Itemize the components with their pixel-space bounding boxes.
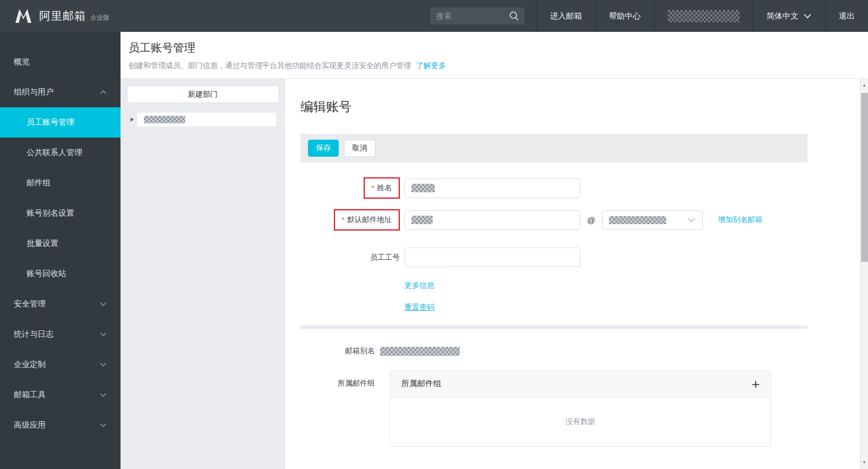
brand: 阿里邮箱 企业版 bbox=[0, 0, 109, 32]
chevron-down-icon bbox=[100, 393, 107, 397]
sidebar-item-label: 安全管理 bbox=[14, 299, 100, 309]
name-field-row: * 姓名 bbox=[300, 177, 868, 199]
sidebar-item-label: 邮箱工具 bbox=[14, 390, 100, 400]
reset-password-link[interactable]: 重置密码 bbox=[405, 303, 434, 312]
search-icon[interactable] bbox=[509, 11, 519, 23]
nav-account[interactable] bbox=[654, 0, 753, 32]
redacted-domain-value bbox=[609, 216, 666, 224]
email-label: 默认邮件地址 bbox=[347, 215, 392, 225]
email-field-row: * 默认邮件地址 @ bbox=[300, 209, 868, 231]
redacted-alias-value bbox=[380, 347, 460, 356]
sidebar-item-account-recycle[interactable]: 账号回收站 bbox=[0, 259, 121, 289]
add-alias-link[interactable]: 增加别名邮箱 bbox=[718, 215, 762, 225]
sidebar-item-label: 高级应用 bbox=[14, 420, 100, 430]
brand-edition: 企业版 bbox=[90, 13, 109, 22]
required-asterisk: * bbox=[372, 184, 374, 192]
at-sign: @ bbox=[587, 216, 595, 225]
redacted-username bbox=[668, 10, 740, 22]
chevron-down-icon bbox=[100, 423, 107, 428]
page-description: 创建和管理成员、部门信息，通过与管理平台其他功能结合实现更灵活安全的用户管理 了… bbox=[128, 61, 868, 71]
sidebar-item-label: 企业定制 bbox=[14, 360, 100, 370]
save-button[interactable]: 保存 bbox=[308, 140, 339, 157]
chevron-down-icon bbox=[803, 13, 812, 19]
sidebar-item-account-alias[interactable]: 账号别名设置 bbox=[0, 198, 121, 228]
groups-label: 所属邮件组 bbox=[338, 379, 375, 388]
name-input[interactable] bbox=[405, 178, 580, 198]
sidebar-item-label: 账号回收站 bbox=[27, 269, 107, 279]
cancel-button[interactable]: 取消 bbox=[344, 140, 375, 157]
sidebar-item-label: 账号别名设置 bbox=[27, 208, 107, 218]
name-label-annotation-box: * 姓名 bbox=[364, 177, 400, 199]
sidebar-item-advanced-apps[interactable]: 高级应用 bbox=[0, 410, 121, 440]
tree-expand-arrow-icon[interactable] bbox=[131, 117, 134, 122]
alias-label: 邮箱别名 bbox=[345, 346, 375, 356]
groups-row: 所属邮件组 所属邮件组 + 没有数据 bbox=[300, 370, 868, 447]
sidebar-item-label: 批量设置 bbox=[27, 238, 107, 249]
page-header: 员工账号管理 创建和管理成员、部门信息，通过与管理平台其他功能结合实现更灵活安全… bbox=[121, 32, 868, 79]
chevron-up-icon bbox=[100, 90, 107, 95]
sidebar-item-label: 公共联系人管理 bbox=[27, 148, 107, 158]
nav-enter-mailbox[interactable]: 进入邮箱 bbox=[536, 0, 595, 32]
sidebar-item-security[interactable]: 安全管理 bbox=[0, 289, 121, 319]
email-local-input[interactable] bbox=[405, 210, 580, 230]
section-divider bbox=[300, 326, 807, 329]
nav-logout-label: 退出 bbox=[839, 11, 855, 21]
chevron-down-icon bbox=[687, 217, 696, 223]
sidebar-item-label: 统计与日志 bbox=[14, 329, 100, 339]
sidebar-item-label: 员工账号管理 bbox=[27, 117, 107, 127]
nav-help-center[interactable]: 帮助中心 bbox=[595, 0, 654, 32]
new-department-button[interactable]: 新建部门 bbox=[127, 86, 279, 103]
scrollbar-thumb[interactable] bbox=[861, 93, 868, 262]
department-tree-node[interactable] bbox=[121, 113, 285, 126]
required-asterisk: * bbox=[342, 216, 345, 224]
redacted-name-value bbox=[411, 184, 435, 192]
sidebar-item-employee-accounts[interactable]: 员工账号管理 bbox=[0, 107, 121, 138]
staff-id-field-row: 员工工号 bbox=[300, 248, 868, 267]
nav-language-label: 简体中文 bbox=[767, 11, 798, 21]
mail-groups-panel: 所属邮件组 + 没有数据 bbox=[390, 370, 771, 447]
sidebar-item-overview[interactable]: 概览 bbox=[0, 47, 121, 77]
staff-id-label: 员工工号 bbox=[370, 253, 400, 262]
sidebar-item-mail-groups[interactable]: 邮件组 bbox=[0, 168, 121, 198]
alimail-logo-icon bbox=[14, 8, 33, 24]
nav-enter-mailbox-label: 进入邮箱 bbox=[550, 11, 582, 21]
alias-row: 邮箱别名 bbox=[300, 346, 868, 356]
sidebar-item-org-users[interactable]: 组织与用户 bbox=[0, 77, 121, 107]
more-info-link[interactable]: 更多信息 bbox=[405, 281, 434, 291]
sidebar-item-label: 邮件组 bbox=[27, 178, 107, 188]
topbar-search bbox=[430, 7, 525, 24]
nav-help-center-label: 帮助中心 bbox=[609, 11, 641, 21]
department-tree-panel: 新建部门 bbox=[121, 79, 285, 469]
sidebar-item-label: 概览 bbox=[14, 57, 107, 67]
department-node[interactable] bbox=[137, 113, 276, 126]
edit-account-panel: 编辑账号 保存 取消 * 姓名 bbox=[285, 79, 868, 469]
nav-language[interactable]: 简体中文 bbox=[753, 0, 825, 32]
topbar: 阿里邮箱 企业版 进入邮箱 帮助中心 简体中文 退出 bbox=[0, 0, 868, 32]
sidebar-item-enterprise-custom[interactable]: 企业定制 bbox=[0, 349, 121, 380]
name-label: 姓名 bbox=[377, 183, 392, 193]
page-title: 员工账号管理 bbox=[128, 40, 868, 55]
mail-groups-empty-state: 没有数据 bbox=[390, 397, 770, 446]
redacted-email-value bbox=[411, 216, 433, 224]
sidebar: 概览 组织与用户 员工账号管理 公共联系人管理 邮件组 账号别名设置 批量设置 … bbox=[0, 32, 121, 469]
chevron-down-icon bbox=[100, 332, 107, 337]
topbar-nav: 进入邮箱 帮助中心 简体中文 退出 bbox=[536, 0, 868, 32]
add-group-icon[interactable]: + bbox=[752, 377, 760, 391]
sidebar-item-batch-settings[interactable]: 批量设置 bbox=[0, 228, 121, 259]
sidebar-item-public-contacts[interactable]: 公共联系人管理 bbox=[0, 138, 121, 168]
no-data-text: 没有数据 bbox=[565, 417, 595, 427]
brand-name: 阿里邮箱 bbox=[39, 8, 86, 23]
chevron-down-icon bbox=[100, 302, 107, 306]
sidebar-item-stats-logs[interactable]: 统计与日志 bbox=[0, 319, 121, 349]
staff-id-input[interactable] bbox=[405, 248, 580, 267]
scrollbar-up-arrow-icon[interactable]: ▲ bbox=[861, 83, 868, 88]
editor-toolbar: 保存 取消 bbox=[300, 134, 807, 163]
sidebar-item-mail-tools[interactable]: 邮箱工具 bbox=[0, 380, 121, 410]
learn-more-link[interactable]: 了解更多 bbox=[416, 61, 446, 70]
nav-logout[interactable]: 退出 bbox=[825, 0, 868, 32]
page-description-text: 创建和管理成员、部门信息，通过与管理平台其他功能结合实现更灵活安全的用户管理 bbox=[128, 61, 411, 70]
mail-groups-panel-title: 所属邮件组 bbox=[401, 379, 441, 389]
scrollbar-down-arrow-icon[interactable]: ▼ bbox=[861, 460, 868, 465]
vertical-scrollbar[interactable]: ▲ ▼ bbox=[860, 79, 868, 469]
email-domain-select[interactable] bbox=[602, 210, 703, 230]
